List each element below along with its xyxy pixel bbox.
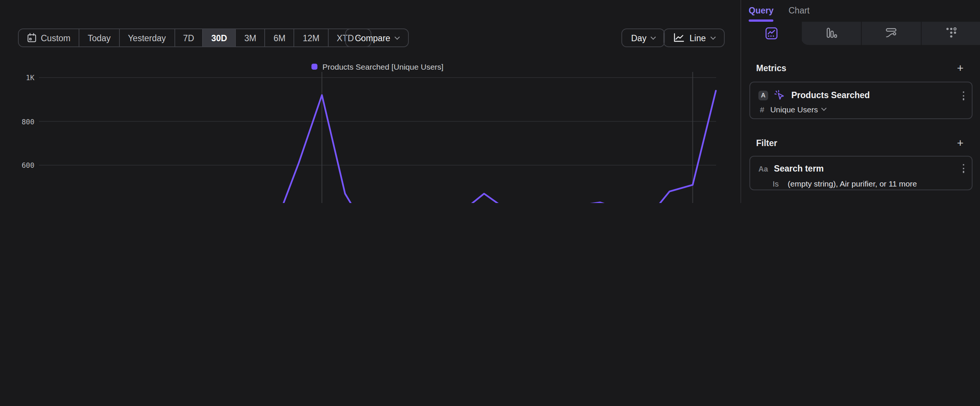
- range-3m[interactable]: 3M: [236, 29, 266, 46]
- event-pointer-icon: [774, 89, 785, 101]
- add-metric-button[interactable]: +: [957, 64, 964, 72]
- tab-flows[interactable]: [861, 21, 921, 45]
- report-type-tabs-group: [801, 21, 980, 45]
- range-label: Today: [88, 33, 110, 42]
- tab-chart-label: Chart: [789, 6, 810, 15]
- range-label: 3M: [245, 33, 256, 42]
- metrics-title: Metrics: [756, 64, 786, 73]
- aggregation-selector[interactable]: Unique Users: [770, 105, 826, 114]
- metric-event-name[interactable]: Products Searched: [791, 91, 870, 100]
- compare-label: Compare: [355, 33, 390, 42]
- tab-insights[interactable]: [741, 21, 801, 45]
- panel-tabs: Query Chart: [741, 0, 980, 21]
- legend-swatch: [311, 64, 317, 70]
- filter-property-name[interactable]: Search term: [774, 164, 824, 173]
- aggregation-type-icon: #: [760, 105, 764, 114]
- report-main-area: CustomTodayYesterday7D30D3M6M12MXTD Comp…: [0, 0, 740, 203]
- metric-card[interactable]: A Products Searched # Unique Users: [749, 82, 972, 119]
- aggregation-label: Unique Users: [770, 105, 818, 114]
- query-builder-panel: Query Chart: [741, 0, 980, 203]
- range-30d[interactable]: 30D: [203, 29, 236, 46]
- compare-button[interactable]: Compare: [345, 29, 409, 47]
- legend-series-label: Products Searched [Unique Users]: [322, 62, 443, 71]
- series-letter-badge: A: [758, 90, 768, 100]
- series-line: [44, 91, 716, 203]
- funnels-icon: [826, 27, 837, 39]
- report-type-tabs: [741, 21, 980, 45]
- chevron-down-icon: [710, 34, 715, 39]
- granularity-dropdown[interactable]: Day: [621, 29, 665, 47]
- flows-icon: [885, 27, 898, 39]
- range-7d[interactable]: 7D: [175, 29, 203, 46]
- granularity-label: Day: [631, 33, 646, 42]
- y-tick-label: 800: [5, 117, 35, 126]
- kebab-menu-icon[interactable]: [963, 91, 964, 100]
- chart-legend: Products Searched [Unique Users]: [39, 62, 716, 71]
- range-label: 30D: [212, 33, 227, 42]
- insights-icon: [765, 27, 778, 40]
- tab-query-label: Query: [749, 6, 774, 15]
- range-label: 7D: [183, 33, 194, 42]
- chevron-down-icon: [651, 34, 656, 39]
- filter-section-header: Filter +: [741, 139, 980, 148]
- filter-title: Filter: [756, 139, 777, 148]
- range-label: Custom: [41, 33, 70, 42]
- range-6m[interactable]: 6M: [266, 29, 294, 46]
- chevron-down-icon: [822, 106, 827, 111]
- filter-card[interactable]: Aa Search term Is (empty string), Air pu…: [749, 156, 972, 190]
- date-range-segmented-control: CustomTodayYesterday7D30D3M6M12MXTD: [18, 29, 371, 47]
- tab-retention[interactable]: [921, 21, 980, 45]
- insights-report-page: CustomTodayYesterday7D30D3M6M12MXTD Comp…: [0, 0, 980, 203]
- chart-type-dropdown[interactable]: Line: [663, 29, 725, 47]
- string-type-icon: Aa: [758, 164, 768, 173]
- add-filter-button[interactable]: +: [957, 139, 964, 147]
- range-yesterday[interactable]: Yesterday: [120, 29, 175, 46]
- range-12m[interactable]: 12M: [294, 29, 329, 46]
- tab-query[interactable]: Query: [749, 0, 774, 21]
- kebab-menu-icon[interactable]: [963, 164, 964, 173]
- metrics-section-header: Metrics +: [741, 64, 980, 73]
- range-label: 12M: [303, 33, 320, 42]
- y-tick-label: 600: [5, 161, 35, 169]
- range-custom[interactable]: Custom: [18, 29, 80, 46]
- report-toolbar: CustomTodayYesterday7D30D3M6M12MXTD Comp…: [0, 29, 740, 47]
- chevron-down-icon: [395, 34, 400, 39]
- retention-icon: [945, 27, 957, 39]
- range-today[interactable]: Today: [80, 29, 119, 46]
- chart-type-label: Line: [689, 33, 706, 42]
- tab-chart[interactable]: Chart: [789, 0, 810, 21]
- filter-value[interactable]: (empty string), Air purifier, or 11 more: [788, 179, 917, 188]
- filter-operator[interactable]: Is: [773, 179, 779, 188]
- y-tick-label: 1K: [5, 73, 35, 82]
- tab-funnels[interactable]: [801, 21, 861, 45]
- line-chart-icon: [673, 33, 684, 43]
- calendar-icon: [27, 33, 36, 43]
- range-label: Yesterday: [128, 33, 166, 42]
- range-label: 6M: [274, 33, 286, 42]
